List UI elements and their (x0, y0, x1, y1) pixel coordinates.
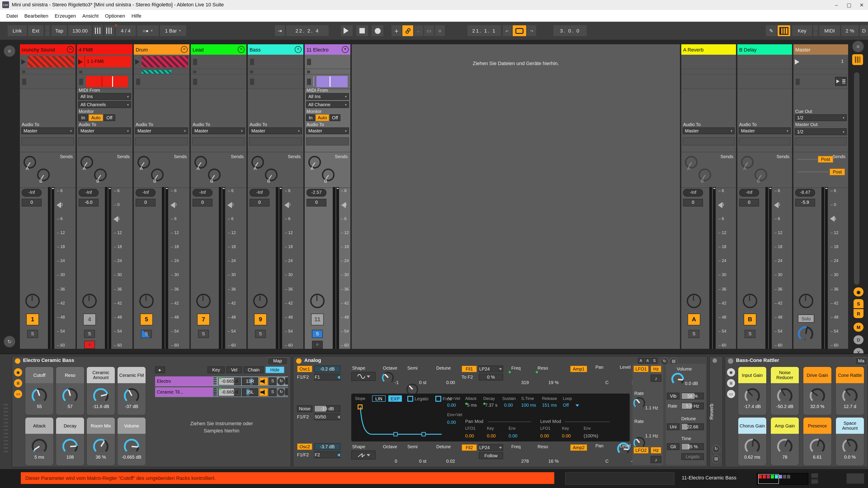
fil2-type-select[interactable]: LP24 (479, 444, 503, 451)
lfo1-sync-note-button[interactable]: ♪ (651, 375, 661, 382)
peak-level[interactable]: -Inf (135, 189, 156, 197)
punch-in-button[interactable]: ⌐ (503, 25, 512, 36)
midi-from-select[interactable]: All Ins (78, 93, 131, 100)
lfo1-hz-button[interactable]: Hz (651, 365, 661, 372)
toggle-delay-button[interactable]: D (854, 335, 864, 344)
maximize-button[interactable]: ▢ (843, 0, 855, 10)
device-title[interactable]: Analog (304, 357, 321, 363)
save-preset-icon[interactable]: ▤ (712, 455, 720, 463)
device-title[interactable]: Bass-Cone Rattler (736, 357, 779, 363)
play-button[interactable] (341, 25, 352, 36)
audio-to-select[interactable]: Master (192, 127, 245, 134)
record-button[interactable] (372, 25, 383, 36)
pan-knob[interactable] (82, 294, 97, 308)
show-chainlist-icon[interactable]: ≣ (14, 379, 22, 387)
chain-name[interactable]: Electro (155, 377, 213, 386)
amp2-button[interactable]: Amp2 (570, 444, 587, 451)
send-a-knob[interactable] (741, 156, 754, 168)
menu-bearbeiten[interactable]: Bearbeiten (24, 13, 48, 19)
macro-knob[interactable] (745, 388, 760, 403)
clip-slot[interactable] (77, 70, 132, 74)
return-activator[interactable]: B (744, 314, 756, 325)
audio-to-select[interactable]: Master (306, 127, 349, 134)
track-title[interactable]: Master (794, 44, 848, 55)
midi-map-button[interactable]: MIDI (819, 25, 840, 36)
chain-ceramic-tile[interactable]: Ceramic Til... -0.665 d 35L S ↻ (155, 387, 288, 397)
nudge-up-button[interactable] (104, 25, 114, 36)
macro-knob[interactable] (777, 439, 793, 454)
clip-teal-hatched[interactable] (142, 70, 171, 74)
master-solo-button[interactable]: Solo (798, 315, 814, 323)
arrangement-position-field[interactable]: 22. 2. 4 (286, 25, 329, 36)
scene-slot[interactable] (794, 75, 848, 89)
pan-knob[interactable] (310, 294, 324, 308)
osc1-button[interactable]: Osc1 (297, 365, 312, 372)
menu-datei[interactable]: Datei (6, 13, 18, 19)
audio-to-select[interactable]: Master (21, 127, 74, 134)
device-title[interactable]: Electro Ceramic Bass (23, 357, 74, 363)
menu-erzeugen[interactable]: Erzeugen (55, 13, 76, 19)
free-checkbox[interactable] (435, 396, 441, 402)
clip-slot[interactable] (20, 70, 75, 74)
send-b-knob[interactable] (699, 168, 711, 181)
send-a-knob[interactable] (137, 156, 150, 168)
cue-a-post-button[interactable]: Post (818, 156, 833, 163)
track-title[interactable]: A Reverb (681, 44, 736, 55)
clip-slot[interactable] (248, 55, 303, 69)
volume-field[interactable]: 0 (307, 199, 327, 206)
decay-value[interactable]: 7.37 s (485, 402, 498, 408)
device-drop-area[interactable]: Ziehen Sie Dateien und Geräte hierhin. (352, 44, 680, 349)
vibrato-amount[interactable]: 58 % (681, 393, 704, 399)
fil1-button[interactable]: Fil1 (462, 365, 477, 372)
pan-knob[interactable] (253, 294, 268, 308)
key-split[interactable] (813, 25, 818, 36)
macro-map-button[interactable]: Map (267, 357, 288, 365)
osc1-level[interactable]: -0.2 dB (314, 365, 340, 372)
unison-detune-value[interactable]: 22.66 (681, 423, 704, 430)
peak-level[interactable]: -Inf (683, 189, 703, 197)
mixer-overview-button[interactable] (852, 54, 863, 65)
loop-length-field[interactable]: 3. 0. 0 (553, 25, 587, 36)
midi-channel-select[interactable]: All Channels (78, 101, 131, 108)
level-mod-lfo1-value[interactable]: 0.00 (540, 433, 549, 438)
show-devices-icon[interactable]: ▭ (14, 390, 22, 398)
monitor-off-button[interactable]: Off (103, 114, 115, 121)
pan-mod-lfo1-value[interactable]: 0.00 (465, 433, 474, 438)
device-title-vertical[interactable]: Reverb (709, 404, 714, 420)
osc1-octave-knob[interactable] (382, 372, 394, 384)
level-mod-key-value[interactable]: 0.00 (562, 433, 571, 438)
macro-knob[interactable] (777, 388, 793, 403)
clip-purple[interactable] (316, 76, 348, 87)
hot-swap-icon[interactable]: ↻ (277, 377, 285, 385)
osc1-shape-select[interactable] (351, 372, 376, 381)
cue-out-select[interactable]: 1/2 (795, 114, 847, 121)
return-activator[interactable]: A (688, 314, 700, 325)
link-button[interactable]: Link (8, 25, 27, 36)
session-scrollbar[interactable] (854, 72, 860, 285)
chain-pan[interactable]: 35L (242, 388, 258, 396)
chain-pan[interactable]: 13R (242, 377, 258, 385)
clip-slot[interactable] (134, 75, 189, 89)
send-b-knob[interactable] (151, 168, 164, 181)
fil1-to-f2-amount[interactable]: 0 % (479, 374, 503, 381)
clip-slot[interactable] (305, 55, 350, 69)
lfo2-hz-button[interactable]: Hz (651, 447, 661, 454)
solo-button[interactable]: S (141, 330, 152, 338)
monitor-in-button[interactable]: In (78, 114, 88, 121)
monitor-off-button[interactable]: Off (330, 114, 340, 121)
scene-slot[interactable]: 1 (794, 55, 848, 69)
macro-knob[interactable] (124, 439, 139, 454)
peak-level[interactable]: -Inf (79, 189, 98, 197)
chain-drop-zone[interactable]: Ziehen Sie Instrumente oderSamples hierh… (155, 420, 288, 434)
clip-slot[interactable] (191, 75, 246, 89)
macro-knob[interactable] (842, 439, 858, 454)
ext-button[interactable]: Ext (28, 25, 43, 36)
lfo2-sync-note-button[interactable]: ♪ (651, 456, 661, 463)
stop-all-clips-button[interactable] (835, 77, 847, 86)
slope-exp-button[interactable]: EXP (388, 395, 402, 402)
send-a-knob[interactable] (685, 156, 698, 168)
track-activator[interactable]: 7 (197, 314, 210, 325)
pan-knob[interactable] (196, 294, 211, 308)
volume-field[interactable]: -6.0 (79, 199, 98, 206)
clip-playing[interactable] (78, 56, 131, 67)
